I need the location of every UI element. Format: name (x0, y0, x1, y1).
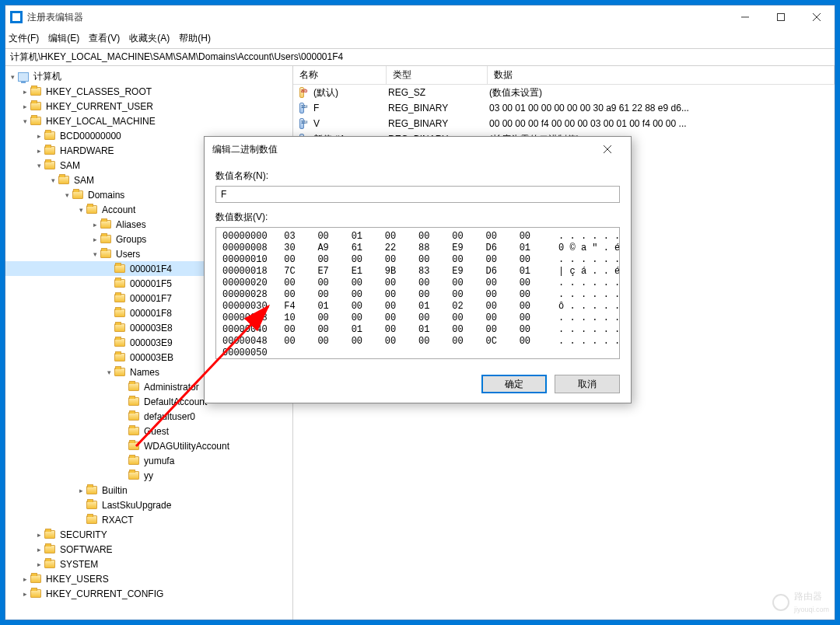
caret-icon[interactable] (33, 160, 44, 171)
value-data: 00 00 00 00 f4 00 00 00 03 00 01 00 f4 0… (483, 118, 835, 129)
folder-icon (44, 161, 55, 169)
value-name-input[interactable] (215, 186, 620, 203)
caret-icon[interactable] (89, 234, 100, 245)
watermark-logo-icon (772, 594, 789, 611)
caret-icon[interactable] (103, 367, 114, 378)
value-row[interactable]: (默认)REG_SZ(数值未设置) (293, 85, 835, 100)
folder-icon (128, 471, 139, 480)
tree-root[interactable]: 计算机 (5, 69, 292, 84)
tree-lastsku[interactable]: LastSkuUpgrade (5, 498, 292, 512)
caret-icon[interactable] (33, 544, 44, 555)
dialog-close-button[interactable] (592, 138, 623, 160)
folder-icon (114, 279, 125, 288)
tree-name-defuser0[interactable]: defaultuser0 (5, 409, 292, 424)
folder-icon (58, 176, 69, 184)
menubar: 文件(F) 编辑(E) 查看(V) 收藏夹(A) 帮助(H) (5, 29, 835, 49)
tree-name-yumufa[interactable]: yumufa (5, 453, 292, 468)
tree-hkcr[interactable]: HKEY_CLASSES_ROOT (5, 84, 292, 99)
folder-icon (86, 515, 97, 524)
tree-hklm[interactable]: HKEY_LOCAL_MACHINE (5, 113, 292, 128)
folder-icon (100, 220, 111, 229)
ok-button[interactable]: 确定 (481, 375, 547, 393)
edit-binary-dialog: 编辑二进制数值 数值名称(N): 数值数据(V): 00000000 03 00… (204, 136, 632, 403)
caret-icon[interactable] (47, 175, 58, 186)
minimize-button[interactable] (727, 5, 763, 29)
caret-icon[interactable] (33, 559, 44, 570)
folder-icon (128, 456, 139, 465)
name-label: 数值名称(N): (215, 169, 620, 183)
list-header: 名称 类型 数据 (293, 66, 835, 85)
value-data: (数值未设置) (483, 86, 835, 100)
caret-icon[interactable] (33, 131, 44, 141)
folder-icon (86, 205, 97, 214)
dialog-title: 编辑二进制数值 (212, 143, 592, 156)
menu-file[interactable]: 文件(F) (9, 32, 39, 45)
address-bar[interactable]: 计算机\HKEY_LOCAL_MACHINE\SAM\SAM\Domains\A… (5, 49, 835, 66)
folder-icon (114, 323, 125, 332)
close-button[interactable] (799, 5, 835, 29)
cancel-button[interactable]: 取消 (555, 375, 620, 393)
svg-rect-1 (778, 14, 785, 21)
folder-icon (86, 501, 97, 509)
folder-icon (30, 574, 41, 583)
tree-rxact[interactable]: RXACT (5, 512, 292, 527)
folder-icon (128, 397, 139, 406)
caret-icon[interactable] (19, 116, 30, 127)
folder-icon (114, 264, 125, 273)
caret-icon[interactable] (61, 190, 72, 201)
menu-favorites[interactable]: 收藏夹(A) (129, 32, 170, 45)
tree-name-yy[interactable]: yy (5, 468, 292, 483)
folder-icon (114, 353, 125, 361)
dialog-titlebar: 编辑二进制数值 (205, 137, 631, 162)
folder-icon (128, 382, 139, 391)
tree-hkcc[interactable]: HKEY_CURRENT_CONFIG (5, 586, 292, 601)
value-type: REG_BINARY (382, 118, 483, 129)
tree-security[interactable]: SECURITY (5, 527, 292, 542)
caret-icon[interactable] (19, 574, 30, 585)
tree-name-wdag[interactable]: WDAGUtilityAccount (5, 438, 292, 453)
menu-view[interactable]: 查看(V) (89, 32, 120, 45)
value-row[interactable]: FREG_BINARY03 00 01 00 00 00 00 00 30 a9… (293, 100, 835, 116)
window-title: 注册表编辑器 (27, 11, 727, 24)
tree-hkcu[interactable]: HKEY_CURRENT_USER (5, 99, 292, 113)
maximize-button[interactable] (763, 5, 799, 29)
value-row[interactable]: VREG_BINARY00 00 00 00 f4 00 00 00 03 00… (293, 116, 835, 131)
caret-icon[interactable] (75, 485, 86, 496)
caret-icon[interactable] (19, 101, 30, 112)
tree-builtin[interactable]: Builtin (5, 483, 292, 498)
titlebar: 注册表编辑器 (5, 5, 835, 29)
folder-icon (128, 442, 139, 450)
col-type[interactable]: 类型 (387, 66, 488, 84)
caret-icon[interactable] (75, 204, 86, 215)
data-label: 数值数据(V): (215, 211, 620, 224)
folder-icon (30, 117, 41, 125)
caret-icon[interactable] (33, 145, 44, 156)
folder-icon (44, 530, 55, 539)
col-data[interactable]: 数据 (488, 66, 835, 84)
caret-icon[interactable] (19, 588, 30, 599)
caret-icon[interactable] (33, 529, 44, 540)
menu-edit[interactable]: 编辑(E) (48, 32, 79, 45)
tree-name-guest[interactable]: Guest (5, 424, 292, 438)
col-name[interactable]: 名称 (293, 66, 387, 84)
caret-icon[interactable] (89, 249, 100, 260)
watermark-text: 路由器 (794, 591, 822, 602)
folder-icon (44, 131, 55, 140)
folder-icon (128, 412, 139, 421)
caret-icon[interactable] (7, 72, 18, 82)
folder-icon (114, 338, 125, 347)
folder-icon (114, 368, 125, 376)
caret-icon[interactable] (19, 86, 30, 97)
menu-help[interactable]: 帮助(H) (179, 32, 211, 45)
watermark-sub: jiyouqi.com (794, 606, 829, 613)
tree-system[interactable]: SYSTEM (5, 557, 292, 571)
value-data: 03 00 01 00 00 00 00 00 30 a9 61 22 88 e… (483, 103, 835, 113)
app-icon (10, 11, 23, 23)
tree-hku[interactable]: HKEY_USERS (5, 571, 292, 586)
caret-icon[interactable] (89, 219, 100, 230)
value-data-hex-editor[interactable]: 00000000 03 00 01 00 00 00 00 00 . . . .… (215, 227, 620, 359)
folder-icon (30, 102, 41, 110)
binary-value-icon (299, 103, 304, 113)
tree-software[interactable]: SOFTWARE (5, 542, 292, 557)
folder-icon (100, 235, 111, 243)
